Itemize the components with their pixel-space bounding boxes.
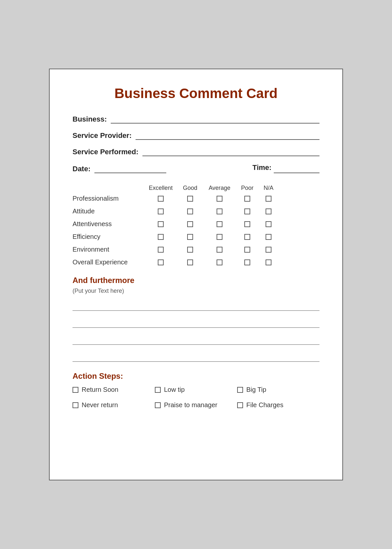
header-na: N/A: [259, 185, 278, 191]
service-performed-label: Service Performed:: [73, 148, 139, 156]
further-section: And furthermore (Put your Text here): [73, 276, 319, 362]
professionalism-poor-checkbox[interactable]: [244, 196, 250, 202]
environment-poor-checkbox[interactable]: [244, 247, 250, 253]
card-title: Business Comment Card: [73, 86, 319, 101]
big-tip-label: Big Tip: [246, 386, 266, 393]
comment-card: Business Comment Card Business: Service …: [49, 69, 343, 480]
attentiveness-na-checkbox[interactable]: [266, 221, 271, 227]
action-item-never-return: Never return: [73, 401, 155, 409]
attentiveness-good-checkbox[interactable]: [187, 221, 193, 227]
service-provider-input-line[interactable]: [136, 131, 319, 140]
rating-row-overall: Overall Experience: [73, 258, 319, 266]
text-line-2[interactable]: [73, 313, 319, 328]
action-steps-section: Action Steps: Return Soon Low tip Big Ti…: [73, 372, 319, 409]
never-return-label: Never return: [82, 401, 118, 409]
attentiveness-excellent-checkbox[interactable]: [158, 221, 164, 227]
environment-excellent-checkbox[interactable]: [158, 247, 164, 253]
overall-na-checkbox[interactable]: [266, 259, 271, 265]
rating-row-attentiveness: Attentiveness: [73, 220, 319, 228]
label-efficiency: Efficiency: [73, 233, 144, 241]
return-soon-label: Return Soon: [82, 386, 118, 393]
date-label: Date:: [73, 165, 90, 173]
date-part: Date:: [73, 164, 254, 173]
never-return-checkbox[interactable]: [73, 402, 78, 408]
header-average: Average: [203, 185, 236, 191]
service-provider-field-row: Service Provider:: [73, 131, 319, 140]
low-tip-checkbox[interactable]: [155, 387, 161, 393]
efficiency-excellent-checkbox[interactable]: [158, 234, 164, 240]
overall-excellent-checkbox[interactable]: [158, 259, 164, 265]
date-time-row: Date: Time:: [73, 163, 319, 173]
efficiency-average-checkbox[interactable]: [217, 234, 222, 240]
business-field-row: Business:: [73, 114, 319, 124]
file-charges-label: File Charges: [246, 401, 283, 409]
professionalism-na-checkbox[interactable]: [266, 196, 271, 202]
attitude-poor-checkbox[interactable]: [244, 208, 250, 214]
rating-row-environment: Environment: [73, 246, 319, 253]
environment-na-checkbox[interactable]: [266, 247, 271, 253]
attitude-excellent-checkbox[interactable]: [158, 208, 164, 214]
overall-average-checkbox[interactable]: [217, 259, 222, 265]
professionalism-good-checkbox[interactable]: [187, 196, 193, 202]
text-lines-area: [73, 296, 319, 362]
attitude-good-checkbox[interactable]: [187, 208, 193, 214]
service-provider-label: Service Provider:: [73, 131, 132, 140]
attitude-average-checkbox[interactable]: [217, 208, 222, 214]
action-item-praise-manager: Praise to manager: [155, 401, 237, 409]
label-professionalism: Professionalism: [73, 195, 144, 202]
action-item-file-charges: File Charges: [237, 401, 319, 409]
label-attitude: Attitude: [73, 208, 144, 215]
return-soon-checkbox[interactable]: [73, 387, 78, 393]
attentiveness-poor-checkbox[interactable]: [244, 221, 250, 227]
time-part: [274, 164, 319, 173]
big-tip-checkbox[interactable]: [237, 387, 243, 393]
header-good: Good: [177, 185, 203, 191]
professionalism-excellent-checkbox[interactable]: [158, 196, 164, 202]
rating-header-row: Excellent Good Average Poor N/A: [73, 185, 319, 191]
rating-row-efficiency: Efficiency: [73, 233, 319, 241]
time-input-line[interactable]: [274, 164, 319, 173]
date-input-line[interactable]: [94, 164, 166, 173]
rating-section: Excellent Good Average Poor N/A Professi…: [73, 185, 319, 266]
action-steps-grid: Return Soon Low tip Big Tip Never return…: [73, 386, 319, 409]
overall-good-checkbox[interactable]: [187, 259, 193, 265]
text-line-1[interactable]: [73, 296, 319, 311]
action-item-low-tip: Low tip: [155, 386, 237, 393]
text-line-4[interactable]: [73, 347, 319, 362]
praise-manager-checkbox[interactable]: [155, 402, 161, 408]
business-label: Business:: [73, 115, 107, 124]
label-attentiveness: Attentiveness: [73, 220, 144, 228]
label-environment: Environment: [73, 246, 144, 253]
rating-row-professionalism: Professionalism: [73, 195, 319, 202]
service-performed-input-line[interactable]: [142, 147, 319, 156]
low-tip-label: Low tip: [164, 386, 185, 393]
environment-good-checkbox[interactable]: [187, 247, 193, 253]
action-item-return-soon: Return Soon: [73, 386, 155, 393]
efficiency-good-checkbox[interactable]: [187, 234, 193, 240]
header-poor: Poor: [236, 185, 259, 191]
file-charges-checkbox[interactable]: [237, 402, 243, 408]
further-placeholder: (Put your Text here): [73, 288, 319, 294]
praise-manager-label: Praise to manager: [164, 401, 217, 409]
label-overall: Overall Experience: [73, 258, 144, 266]
rating-row-attitude: Attitude: [73, 208, 319, 215]
service-performed-field-row: Service Performed:: [73, 147, 319, 156]
environment-average-checkbox[interactable]: [217, 247, 222, 253]
attitude-na-checkbox[interactable]: [266, 208, 271, 214]
business-input-line[interactable]: [111, 114, 319, 124]
time-label: Time:: [253, 163, 271, 172]
professionalism-average-checkbox[interactable]: [217, 196, 222, 202]
efficiency-na-checkbox[interactable]: [266, 234, 271, 240]
further-heading: And furthermore: [73, 276, 319, 285]
action-steps-heading: Action Steps:: [73, 372, 319, 381]
header-excellent: Excellent: [144, 185, 177, 191]
attentiveness-average-checkbox[interactable]: [217, 221, 222, 227]
efficiency-poor-checkbox[interactable]: [244, 234, 250, 240]
action-item-big-tip: Big Tip: [237, 386, 319, 393]
overall-poor-checkbox[interactable]: [244, 259, 250, 265]
text-line-3[interactable]: [73, 330, 319, 345]
